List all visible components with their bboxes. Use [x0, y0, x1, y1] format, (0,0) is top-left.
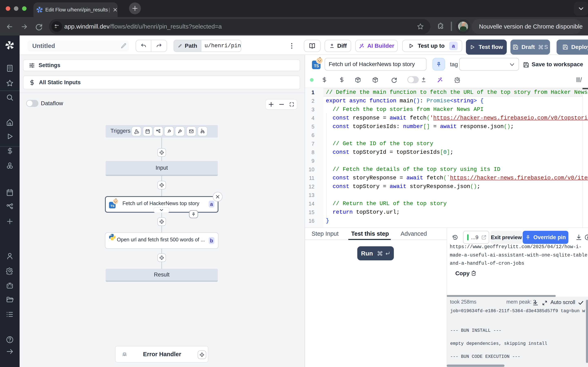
- svg-text:TS: TS: [111, 204, 114, 208]
- svg-text:TS: TS: [314, 64, 319, 68]
